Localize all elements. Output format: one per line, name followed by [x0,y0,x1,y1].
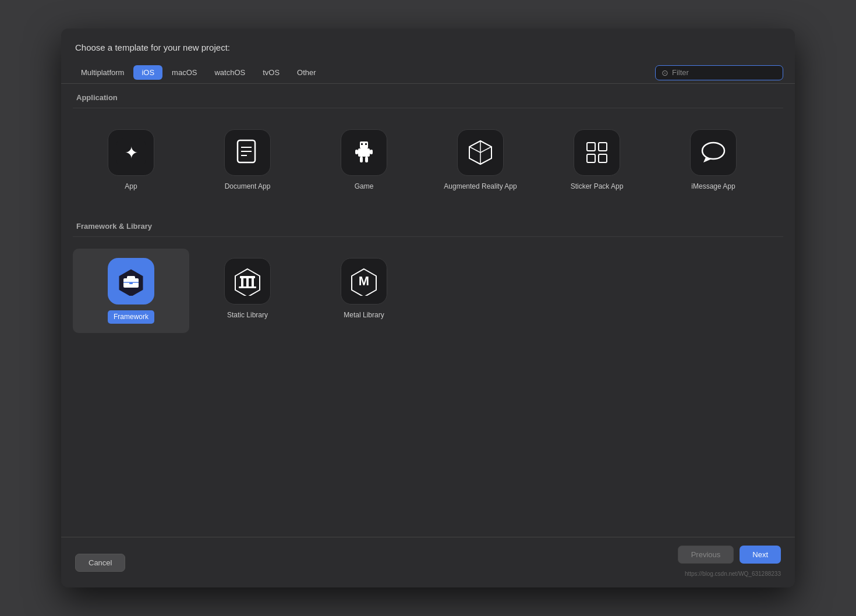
template-game[interactable]: Game [306,120,422,201]
svg-text:✦: ✦ [125,144,138,162]
svg-rect-22 [582,138,611,167]
template-ar-label: Augmented Reality App [444,182,517,192]
svg-rect-11 [358,148,370,157]
document-app-template-icon [224,129,271,176]
static-library-template-icon [224,258,271,305]
nav-buttons: Previous Next [678,546,781,564]
svg-rect-9 [361,143,363,145]
tab-macos[interactable]: macOS [164,65,205,80]
template-imessage-label: iMessage App [691,182,735,192]
tab-other[interactable]: Other [289,65,324,80]
document-icon [233,138,262,167]
svg-rect-14 [360,157,363,162]
tab-multiplatform[interactable]: Multiplatform [73,65,132,80]
svg-rect-40 [239,286,256,288]
tab-ios[interactable]: iOS [133,65,162,80]
template-document-app-label: Document App [225,182,271,192]
svg-text:M: M [359,274,369,288]
svg-rect-10 [365,143,367,145]
template-app[interactable]: ✦ App [73,120,189,201]
svg-rect-15 [365,157,368,162]
template-framework[interactable]: Framework [73,249,189,333]
imessage-template-icon [690,129,737,176]
app-template-icon: ✦ [108,129,154,176]
ar-template-icon [457,129,504,176]
template-document-app[interactable]: Document App [189,120,306,201]
filter-icon: ⊙ [662,68,668,77]
svg-rect-12 [355,150,358,154]
game-icon [349,138,379,167]
template-static-library-label: Static Library [227,310,268,320]
application-templates-grid: ✦ App Document App [73,108,783,213]
sticker-icon [582,138,611,167]
template-ar-app[interactable]: Augmented Reality App [422,120,539,201]
template-app-label: App [125,182,137,192]
svg-rect-38 [252,278,254,287]
ar-icon [466,138,495,167]
sticker-pack-template-icon [574,129,620,176]
footer-url: https://blog.csdn.net/WQ_631288233 [685,568,781,579]
filter-box: ⊙ [655,65,783,80]
tab-tvos[interactable]: tvOS [254,65,288,80]
game-template-icon [341,129,387,176]
next-button[interactable]: Next [740,546,781,564]
platform-tabs: Multiplatform iOS macOS watchOS tvOS Oth… [73,62,324,83]
dialog-title: Choose a template for your new project: [61,29,795,62]
tabs-bar: Multiplatform iOS macOS watchOS tvOS Oth… [61,62,795,84]
template-framework-label: Framework [108,310,154,324]
template-static-library[interactable]: Static Library [189,249,306,333]
imessage-icon [699,138,728,167]
svg-rect-13 [370,150,373,154]
metal-library-icon: M [349,267,379,296]
cancel-button[interactable]: Cancel [75,554,125,572]
template-game-label: Game [355,182,374,192]
section-application-header: Application [73,84,783,108]
svg-rect-37 [246,278,249,287]
tab-watchos[interactable]: watchOS [206,65,253,80]
filter-input[interactable] [672,68,777,77]
new-project-dialog: Choose a template for your new project: … [61,29,795,587]
framework-templates-grid: Framework Static Library [73,237,783,345]
template-metal-library-label: Metal Library [344,310,384,320]
previous-button[interactable]: Previous [678,546,734,564]
metal-library-template-icon: M [341,258,387,305]
section-framework-header: Framework & Library [73,213,783,237]
dialog-footer: Cancel Previous Next https://blog.csdn.n… [61,537,795,587]
app-store-icon: ✦ [116,138,146,167]
template-metal-library[interactable]: M Metal Library [306,249,422,333]
framework-template-icon [108,258,154,305]
svg-rect-32 [127,276,135,279]
static-library-icon [233,267,262,296]
template-imessage-app[interactable]: iMessage App [655,120,772,201]
content-area: Application ✦ App [61,84,795,537]
framework-icon [116,267,146,296]
svg-rect-36 [241,278,243,287]
svg-rect-39 [240,276,255,278]
template-sticker-label: Sticker Pack App [571,182,624,192]
template-sticker-pack[interactable]: Sticker Pack App [539,120,655,201]
